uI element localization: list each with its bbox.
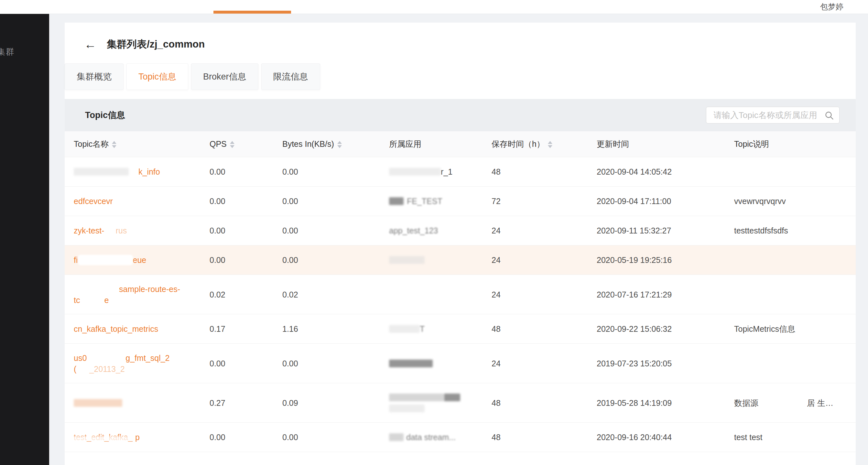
- column-label: Bytes In(KB/s): [282, 140, 334, 149]
- topic-name-link[interactable]: sample-route-es-tce: [74, 284, 210, 306]
- spacer: [104, 230, 116, 231]
- cell-text: sample-route-es-: [119, 284, 180, 294]
- table-row: sample-route-es-tce0.020.02242020-07-16 …: [65, 275, 856, 314]
- app-cell: T: [389, 323, 492, 334]
- table-row: zyk-test-rus0.000.00app_test_123242020-0…: [65, 216, 856, 245]
- topic-name-link[interactable]: test_edit_kafka_p: [74, 432, 210, 443]
- cell-text: us0: [74, 352, 87, 364]
- app-line: r_1: [389, 166, 492, 177]
- desc-cell: testtestdfsfsdfs: [734, 225, 856, 236]
- tab-bar: 集群概览Topic信息Broker信息限流信息: [65, 63, 856, 90]
- redaction-blur: [389, 433, 404, 441]
- redaction-blur: [389, 360, 433, 367]
- tab-0[interactable]: 集群概览: [65, 63, 124, 90]
- tab-2[interactable]: Broker信息: [191, 63, 258, 90]
- sort-desc-icon: [337, 145, 342, 148]
- cell-text: eue: [133, 254, 147, 266]
- column-header-5: 更新时间: [597, 139, 734, 149]
- bytes-in-cell: 0.09: [282, 397, 389, 408]
- tab-3[interactable]: 限流信息: [261, 63, 320, 90]
- topic-name-line: tce: [74, 294, 210, 306]
- sidebar: 集群: [0, 14, 49, 465]
- sort-control[interactable]: [337, 140, 342, 148]
- app-cell: data stream...: [389, 432, 492, 443]
- redaction-blur: [389, 168, 441, 176]
- app-line: data stream...: [389, 432, 492, 443]
- retention-cell: 48: [492, 166, 597, 177]
- cell-text: test_edit_kafka_: [74, 432, 133, 443]
- search-input[interactable]: [713, 107, 824, 123]
- sort-control[interactable]: [548, 140, 552, 148]
- column-header-0: Topic名称: [74, 139, 210, 149]
- topic-name-line: fieue: [74, 254, 210, 266]
- cell-text: data stream...: [406, 432, 456, 443]
- app-line: [389, 254, 492, 266]
- cell-text: r_1: [441, 166, 453, 177]
- redaction-blur: [389, 325, 420, 333]
- app-line: app_test_123: [389, 225, 492, 236]
- app-line: [389, 392, 492, 403]
- cell-text: fi: [74, 254, 78, 266]
- topic-name-line: cn_kafka_topic_metrics: [74, 323, 210, 334]
- sidebar-item-cluster[interactable]: 集群: [0, 46, 49, 58]
- retention-cell: 24: [492, 254, 597, 266]
- table-section-header: Topic信息: [65, 99, 856, 131]
- bytes-in-cell: 0.00: [282, 254, 389, 266]
- topic-name-link[interactable]: k_info: [74, 166, 210, 177]
- cell-text: T: [420, 323, 425, 334]
- redaction-blur: [444, 394, 460, 401]
- cell-text: k_info: [138, 166, 160, 177]
- user-menu[interactable]: 包梦婷: [820, 0, 843, 13]
- table-body: k_info0.000.00r_1482020-09-04 14:05:42ed…: [65, 157, 856, 452]
- column-label: 更新时间: [597, 139, 629, 149]
- sort-asc-icon: [337, 141, 342, 144]
- back-button[interactable]: ←: [84, 38, 96, 51]
- desc-cell: [734, 166, 856, 177]
- column-label: 保存时间（h）: [492, 139, 545, 149]
- updated-time-cell: 2020-07-16 17:21:29: [597, 289, 734, 300]
- search-icon[interactable]: [824, 111, 834, 120]
- cell-text: tc: [74, 294, 80, 306]
- topic-name-line: k_info: [74, 166, 210, 177]
- username: 包梦婷: [820, 2, 843, 12]
- app-cell: FE_TEST: [389, 196, 492, 207]
- sort-desc-icon: [112, 145, 117, 148]
- section-title: Topic信息: [85, 109, 125, 121]
- spacer: [404, 437, 406, 437]
- bytes-in-cell: 0.00: [282, 196, 389, 207]
- sort-asc-icon: [230, 141, 235, 144]
- sort-control[interactable]: [112, 140, 117, 148]
- cell-text: g_fmt_sql_2: [125, 352, 169, 364]
- topic-name-link[interactable]: fieue: [74, 254, 210, 266]
- topic-name-link[interactable]: cn_kafka_topic_metrics: [74, 323, 210, 334]
- active-nav-indicator: [213, 11, 291, 13]
- table-row: test_edit_kafka_p0.000.00data stream...4…: [65, 423, 856, 452]
- spacer: [758, 403, 807, 403]
- cell-text: FE_TEST: [407, 196, 442, 207]
- app-cell: [389, 358, 492, 369]
- spacer: [87, 358, 125, 358]
- desc-cell: [734, 358, 856, 369]
- qps-cell: 0.17: [210, 323, 282, 334]
- topic-name-line: test_edit_kafka_p: [74, 432, 210, 443]
- app-cell: [389, 254, 492, 266]
- topic-name-line: edfcevcevr: [74, 196, 210, 207]
- topic-name-link[interactable]: us0g_fmt_sql_2(_20113_2: [74, 352, 210, 374]
- retention-cell: 48: [492, 432, 597, 443]
- topic-name-link[interactable]: zyk-test-rus: [74, 225, 210, 236]
- topic-name-link[interactable]: [74, 397, 210, 408]
- retention-cell: 48: [492, 397, 597, 408]
- table-row: cn_kafka_topic_metrics0.171.16T482020-09…: [65, 314, 856, 344]
- table-header-row: Topic名称QPSBytes In(KB/s)所属应用保存时间（h）更新时间T…: [65, 131, 856, 157]
- column-header-4: 保存时间（h）: [492, 139, 597, 149]
- cell-text: app_test_123: [389, 225, 438, 236]
- sort-control[interactable]: [230, 140, 235, 148]
- cell-text: _20113_2: [89, 364, 125, 374]
- topic-name-link[interactable]: edfcevcevr: [74, 196, 210, 207]
- qps-cell: 0.00: [210, 432, 282, 443]
- tab-1[interactable]: Topic信息: [126, 63, 188, 90]
- updated-time-cell: 2019-07-23 15:20:05: [597, 358, 734, 369]
- updated-time-cell: 2020-09-04 14:05:42: [597, 166, 734, 177]
- desc-cell: [734, 289, 856, 300]
- desc-cell: test test: [734, 432, 856, 443]
